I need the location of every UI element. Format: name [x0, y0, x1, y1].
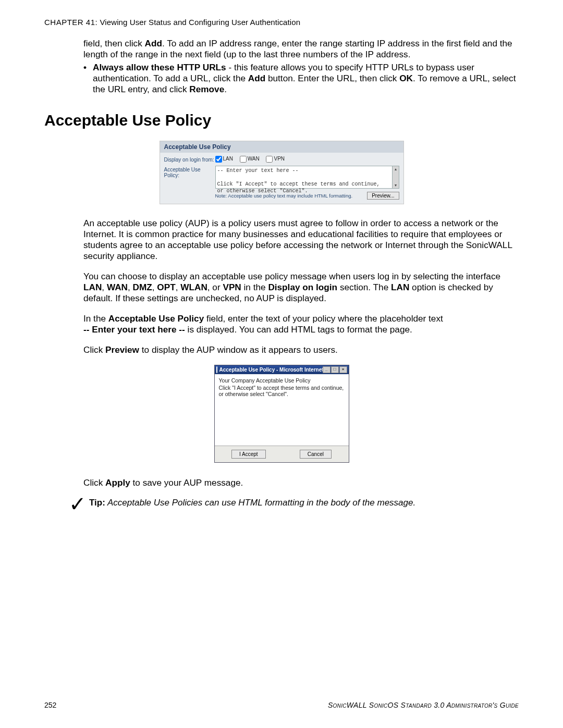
preview-window-title: Acceptable Use Policy - Microsoft Intern… — [219, 367, 323, 373]
checkmark-icon: ✓ — [66, 496, 89, 512]
click-preview-paragraph: Click Preview to display the AUP window … — [83, 344, 519, 355]
preview-company-line: Your Company Acceptable Use Policy — [219, 377, 345, 384]
tip-body: Acceptable Use Policies can use HTML for… — [105, 498, 415, 508]
scrollbar[interactable]: ▴ ▾ — [393, 166, 399, 189]
continuation-paragraph: field, then click Add. To add an IP addr… — [83, 38, 519, 60]
preview-body: Your Company Acceptable Use Policy Click… — [215, 374, 349, 446]
tip-row: ✓ Tip: Acceptable Use Policies can use H… — [66, 498, 519, 512]
lan-checkbox[interactable]: LAN — [215, 156, 233, 162]
aup-textarea[interactable]: -- Enter your text here -- Click "I Acce… — [215, 166, 393, 189]
guide-title: SonicWALL SonicOS Standard 3.0 Administr… — [328, 701, 519, 709]
preview-titlebar: Acceptable Use Policy - Microsoft Intern… — [215, 365, 349, 374]
close-icon[interactable]: × — [339, 366, 347, 373]
display-on-login-label: Display on login from: — [164, 156, 215, 163]
wan-checkbox[interactable]: WAN — [240, 156, 260, 162]
aup-settings-panel: Acceptable Use Policy Display on login f… — [160, 141, 404, 204]
scroll-down-icon[interactable]: ▾ — [393, 182, 399, 188]
cancel-button[interactable]: Cancel — [300, 450, 332, 459]
tip-label: Tip: — [89, 498, 105, 508]
maximize-icon[interactable]: □ — [331, 366, 339, 373]
chapter-title: Viewing User Status and Configuring User… — [100, 18, 300, 27]
lan-checkbox-input[interactable] — [215, 156, 222, 163]
i-accept-button[interactable]: I Accept — [231, 450, 266, 459]
bullet-always-allow-urls: • Always allow these HTTP URLs - this fe… — [83, 62, 519, 95]
chapter-header: CHAPTER 41: Viewing User Status and Conf… — [44, 18, 519, 27]
preview-button[interactable]: Preview... — [367, 192, 399, 200]
aup-panel-header: Acceptable Use Policy — [160, 141, 403, 153]
page-number: 252 — [44, 701, 56, 709]
preview-instruction-line: Click "I Accept" to accept these terms a… — [219, 385, 345, 397]
vpn-checkbox-input[interactable] — [266, 156, 273, 163]
aup-choose-paragraph: You can choose to display an acceptable … — [83, 271, 519, 304]
wan-checkbox-input[interactable] — [240, 156, 247, 163]
preview-window: Acceptable Use Policy - Microsoft Intern… — [214, 365, 349, 463]
click-apply-paragraph: Click Apply to save your AUP message. — [83, 477, 519, 488]
aup-field-paragraph: In the Acceptable Use Policy field, ente… — [83, 313, 519, 335]
section-title: Acceptable Use Policy — [44, 112, 519, 129]
minimize-icon[interactable]: _ — [323, 366, 331, 373]
chapter-prefix: CHAPTER 41: — [44, 18, 97, 27]
vpn-checkbox[interactable]: VPN — [266, 156, 285, 162]
scroll-up-icon[interactable]: ▴ — [393, 166, 399, 172]
page-footer: 252 SonicWALL SonicOS Standard 3.0 Admin… — [44, 701, 519, 709]
aup-intro-paragraph: An acceptable use policy (AUP) is a poli… — [83, 218, 519, 262]
bullet-dot: • — [83, 62, 93, 95]
ie-icon — [216, 366, 217, 373]
aup-policy-label: Acceptable Use Policy: — [164, 166, 215, 189]
